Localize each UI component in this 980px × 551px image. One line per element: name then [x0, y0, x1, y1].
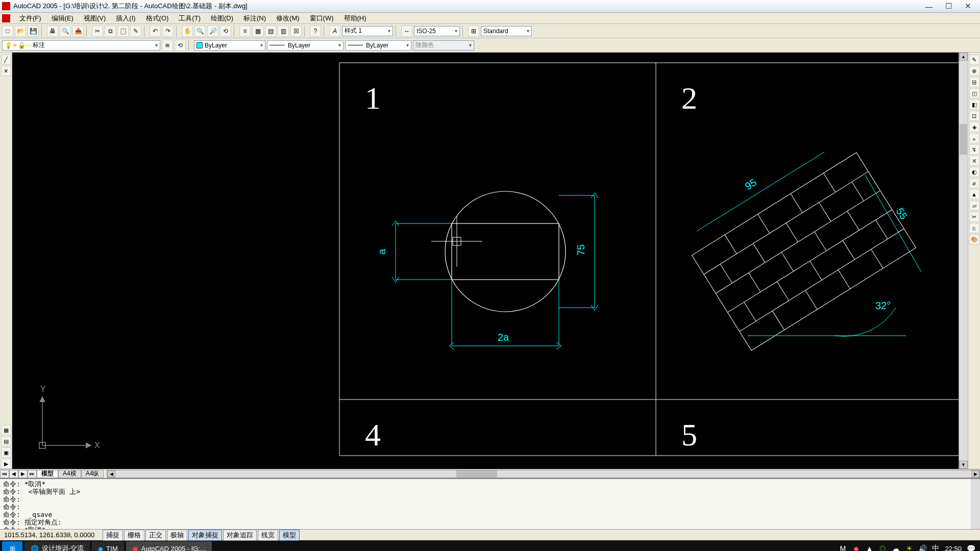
modify-tool-8[interactable]: ⟁: [969, 133, 979, 143]
layout-tab-a4h[interactable]: A4横: [58, 470, 81, 478]
print-preview-button[interactable]: 🔍: [60, 26, 71, 37]
cmd-scrollbar[interactable]: [971, 479, 980, 529]
menu-modify[interactable]: 修改(M): [271, 13, 305, 23]
menu-file[interactable]: 文件(F): [14, 13, 46, 23]
table-style-combo[interactable]: Standard▾: [481, 26, 532, 36]
paste-button[interactable]: 📋: [117, 26, 129, 37]
menu-insert[interactable]: 插入(I): [111, 13, 140, 23]
layout-tab-a4v[interactable]: A4纵: [81, 470, 104, 478]
modify-tool-2[interactable]: ⊕: [969, 66, 979, 76]
tool-d[interactable]: ▶: [1, 459, 11, 469]
modify-tool-16[interactable]: ⎌: [969, 223, 979, 233]
tab-prev[interactable]: ◀: [9, 470, 18, 478]
tray-icon-1[interactable]: M: [839, 544, 847, 551]
start-button[interactable]: ⊞: [2, 541, 22, 551]
tray-ime-icon[interactable]: 中: [932, 544, 940, 551]
modify-tool-12[interactable]: ⌀: [969, 178, 979, 188]
scroll-down-button[interactable]: ▼: [959, 461, 968, 469]
tool-c[interactable]: ▣: [1, 447, 11, 458]
tool-palette-button[interactable]: ▤: [265, 26, 276, 37]
tray-clock[interactable]: 22:50: [945, 545, 962, 552]
tray-notifications-icon[interactable]: 💬: [967, 544, 975, 551]
match-button[interactable]: ✎: [130, 26, 141, 37]
menu-draw[interactable]: 绘图(D): [206, 13, 238, 23]
tray-icon-5[interactable]: ☁: [892, 544, 900, 551]
tool-b[interactable]: ▤: [1, 436, 11, 446]
task-item-2[interactable]: ◆TIM: [92, 541, 124, 551]
layout-tab-model[interactable]: 模型: [37, 470, 58, 478]
mode-otrack[interactable]: 对象追踪: [223, 530, 257, 541]
modify-tool-7[interactable]: ◈: [969, 122, 979, 132]
modify-tool-11[interactable]: ◐: [969, 167, 979, 177]
menu-window[interactable]: 窗口(W): [305, 13, 339, 23]
lineweight-combo[interactable]: ByLayer▾: [345, 40, 411, 51]
zoom-rt-button[interactable]: 🔍: [194, 26, 206, 37]
maximize-button[interactable]: ☐: [941, 2, 955, 11]
mode-ortho[interactable]: 正交: [145, 530, 166, 541]
tray-icon-6[interactable]: ☀: [905, 544, 913, 551]
command-history[interactable]: 命令: *取消* 命令: <等轴测平面 上> 命令: 命令: 命令: _qsav…: [0, 479, 971, 529]
modify-tool-1[interactable]: ✎: [969, 55, 979, 65]
layer-manager-button[interactable]: ≋: [162, 40, 173, 51]
drawing-canvas[interactable]: 1 2 4 5: [12, 53, 968, 469]
menu-tools[interactable]: 工具(T): [174, 13, 206, 23]
scroll-up-button[interactable]: ▲: [959, 53, 968, 61]
horizontal-scrollbar[interactable]: ◀ ▶: [107, 470, 980, 478]
tab-first[interactable]: ⏮: [0, 470, 9, 478]
modify-tool-6[interactable]: ⊡: [969, 111, 979, 121]
menu-help[interactable]: 帮助(H): [339, 13, 372, 23]
properties-button[interactable]: ≡: [239, 26, 251, 37]
publish-button[interactable]: 📤: [72, 26, 84, 37]
scroll-right-button[interactable]: ▶: [971, 470, 979, 478]
modify-tool-4[interactable]: ◫: [969, 88, 979, 98]
menu-format[interactable]: 格式(O): [141, 13, 174, 23]
tab-last[interactable]: ⏭: [28, 470, 37, 478]
text-style-combo[interactable]: 样式 1▾: [342, 26, 393, 36]
modify-tool-3[interactable]: ⊟: [969, 77, 979, 87]
redo-button[interactable]: ↷: [162, 26, 174, 37]
layer-combo[interactable]: 💡☀🔓▭ 标注▾: [2, 40, 160, 51]
mode-grid[interactable]: 栅格: [124, 530, 144, 541]
modify-tool-13[interactable]: ▲: [969, 189, 979, 199]
copy-button[interactable]: ⧉: [105, 26, 116, 37]
tray-icon-4[interactable]: ⬡: [878, 544, 887, 551]
color-combo[interactable]: ByLayer▾: [194, 40, 265, 51]
pan-button[interactable]: ✋: [182, 26, 193, 37]
mode-osnap[interactable]: 对象捕捉: [188, 530, 222, 541]
print-button[interactable]: 🖶: [47, 26, 58, 37]
xline-tool[interactable]: ✕: [1, 66, 11, 76]
text-style-icon[interactable]: A: [329, 26, 340, 37]
modify-tool-5[interactable]: ◧: [969, 99, 979, 110]
tray-volume-icon[interactable]: 🔊: [918, 544, 926, 551]
hscroll-thumb[interactable]: [456, 470, 497, 478]
tray-icon-2[interactable]: ◆: [852, 544, 860, 551]
line-tool[interactable]: ╱: [1, 55, 11, 65]
modify-tool-15[interactable]: ✂: [969, 212, 979, 222]
help-button[interactable]: ?: [310, 26, 321, 37]
zoom-window-button[interactable]: 🔎: [207, 26, 218, 37]
tray-icon-3[interactable]: ▲: [865, 544, 873, 551]
design-center-button[interactable]: ▦: [252, 26, 263, 37]
undo-button[interactable]: ↶: [150, 26, 161, 37]
menu-dimension[interactable]: 标注(N): [238, 13, 271, 23]
modify-tool-9[interactable]: ↯: [969, 144, 979, 155]
menu-edit[interactable]: 编辑(E): [46, 13, 79, 23]
open-button[interactable]: 📂: [15, 26, 26, 37]
markup-button[interactable]: ☒: [290, 26, 302, 37]
new-button[interactable]: □: [2, 26, 13, 37]
dim-style-icon[interactable]: ↔: [401, 26, 412, 37]
mode-model[interactable]: 模型: [279, 530, 300, 541]
task-item-3[interactable]: ▣AutoCAD 2005 - [G:...: [126, 541, 212, 551]
vscroll-thumb[interactable]: [960, 124, 967, 155]
zoom-prev-button[interactable]: ⟲: [220, 26, 231, 37]
cut-button[interactable]: ✂: [92, 26, 103, 37]
modify-tool-14[interactable]: ▱: [969, 201, 979, 211]
plotstyle-combo[interactable]: 随颜色▾: [413, 40, 474, 51]
layer-prev-button[interactable]: ⟲: [175, 40, 186, 51]
vertical-scrollbar[interactable]: ▲ ▼: [959, 53, 968, 469]
save-button[interactable]: 💾: [28, 26, 39, 37]
dim-style-combo[interactable]: ISO-25▾: [414, 26, 460, 36]
scroll-left-button[interactable]: ◀: [107, 470, 115, 478]
modify-tool-17[interactable]: 🎨: [969, 234, 979, 244]
minimize-button[interactable]: —: [922, 2, 936, 11]
